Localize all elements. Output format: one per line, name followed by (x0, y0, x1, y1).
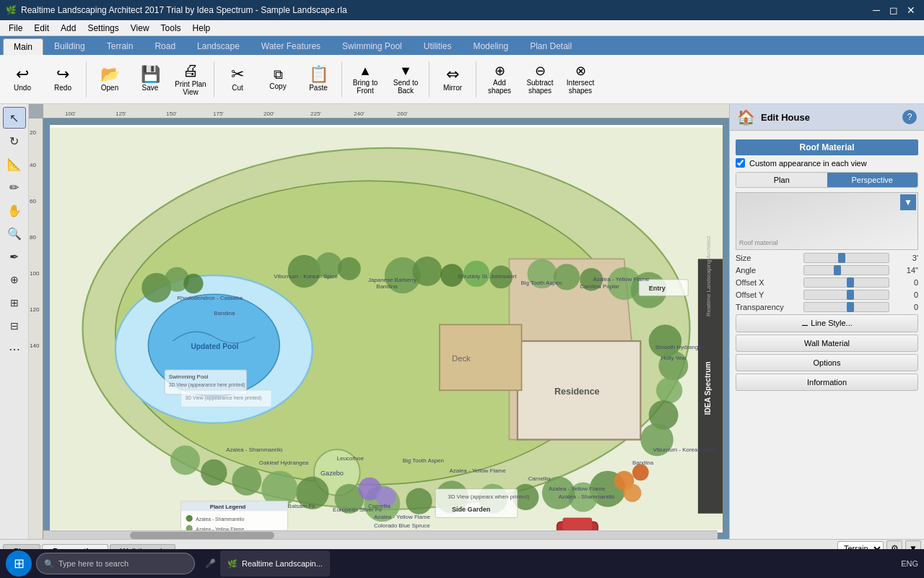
redo-button[interactable]: ↪ Redo (43, 58, 82, 101)
tab-water-features[interactable]: Water Features (250, 38, 331, 55)
tab-main[interactable]: Main (3, 38, 43, 55)
offset-y-slider[interactable] (803, 290, 889, 300)
landscape-drawing[interactable]: Swimming Pool 3D View (appearance here p… (49, 124, 723, 533)
perspective-tab[interactable]: Perspective (827, 173, 918, 187)
wall-material-button[interactable]: Wall Material (736, 335, 918, 352)
add-shapes-button[interactable]: ⊕ Add shapes (480, 58, 519, 101)
search-bar[interactable]: 🔍 Type here to search (36, 553, 195, 574)
right-panel: 🏠 Edit House ? Roof Material Custom appe… (729, 104, 924, 539)
svg-text:Bandina: Bandina (214, 310, 235, 316)
tab-terrain[interactable]: Terrain (96, 38, 144, 55)
size-slider[interactable] (803, 253, 889, 263)
tab-modeling[interactable]: Modeling (462, 38, 519, 55)
roof-material-label-inner: Roof material (739, 239, 778, 246)
angle-value: 14" (892, 266, 918, 275)
subtract-shapes-button[interactable]: ⊖ Subtract shapes (520, 58, 559, 101)
app-icon: 🌿 (6, 5, 17, 15)
custom-appearance-row: Custom appearance in each view (736, 158, 918, 168)
layers-tool[interactable]: ⊟ (3, 315, 26, 337)
h-scrollbar-thumb[interactable] (130, 532, 274, 539)
help-button[interactable]: ? (902, 110, 917, 124)
subtract-shapes-icon: ⊖ (535, 64, 546, 77)
svg-point-49 (170, 445, 200, 475)
save-label: Save (142, 84, 159, 92)
separator-1 (86, 61, 87, 98)
svg-text:Azalea - Shammarello: Azalea - Shammarello (196, 517, 244, 522)
menu-settings[interactable]: Settings (82, 22, 124, 35)
rotate-tool[interactable]: ↻ (3, 130, 26, 152)
taskbar-right: ENG (901, 559, 918, 568)
tab-building[interactable]: Building (43, 38, 96, 55)
roof-dropdown-button[interactable]: ▼ (900, 194, 916, 210)
tab-utilities[interactable]: Utilities (413, 38, 463, 55)
search-placeholder: Type here to search (58, 559, 128, 568)
add-shapes-label: Add shapes (488, 79, 511, 95)
menu-view[interactable]: View (125, 22, 155, 35)
svg-point-18 (288, 255, 321, 288)
line-style-button[interactable]: ⚊ Line Style... (736, 314, 918, 332)
offset-y-label: Offset Y (736, 290, 801, 299)
tab-road[interactable]: Road (144, 38, 186, 55)
toolbar: ↩ Undo ↪ Redo 📂 Open 💾 Save 🖨 Print Plan… (0, 55, 924, 104)
plan-tab[interactable]: Plan (736, 173, 827, 187)
offset-x-slider[interactable] (803, 277, 889, 288)
start-button[interactable]: ⊞ (6, 551, 32, 577)
zoom-tool[interactable]: 🔍 (3, 223, 26, 244)
angle-slider[interactable] (803, 265, 889, 275)
path-tool[interactable]: ✏ (3, 176, 26, 198)
menu-add[interactable]: Add (55, 22, 82, 35)
canvas-area[interactable]: 100' 125' 150' 175' 200' 225' 240' 260' … (29, 104, 729, 539)
transparency-label: Transparency (736, 303, 801, 311)
open-button[interactable]: 📂 Open (90, 58, 129, 101)
zoom-in-tool[interactable]: ⊕ (3, 269, 26, 290)
bring-to-front-label: Bring to Front (353, 79, 378, 95)
save-button[interactable]: 💾 Save (131, 58, 170, 101)
measure-tool[interactable]: 📐 (3, 153, 26, 175)
information-button[interactable]: Information (736, 374, 918, 391)
tab-plan-detail[interactable]: Plan Detail (519, 38, 583, 55)
select-tool[interactable]: ↖ (3, 107, 26, 129)
cut-button[interactable]: ✂ Cut (218, 58, 257, 101)
h-scrollbar[interactable] (43, 530, 718, 539)
grid-tool[interactable]: ⊞ (3, 292, 26, 314)
minimize-button[interactable]: ─ (869, 3, 884, 17)
draw-tool[interactable]: ✒ (3, 246, 26, 267)
close-button[interactable]: ✕ (904, 3, 918, 17)
svg-text:3D View (appearance here print: 3D View (appearance here printed) (186, 395, 262, 401)
plan-perspective-tabs: Plan Perspective (736, 172, 918, 188)
mic-icon[interactable]: 🎤 (205, 558, 216, 569)
copy-button[interactable]: ⧉ Copy (258, 58, 297, 101)
print-button[interactable]: 🖨 Print Plan View (171, 58, 210, 101)
menu-file[interactable]: File (3, 22, 28, 35)
custom-appearance-checkbox[interactable] (736, 158, 745, 168)
mirror-button[interactable]: ⇔ Mirror (433, 58, 472, 101)
maximize-button[interactable]: ◻ (886, 3, 901, 17)
transparency-slider[interactable] (803, 302, 889, 312)
svg-text:Bandina: Bandina (376, 283, 398, 290)
paste-button[interactable]: 📋 Paste (299, 58, 338, 101)
undo-button[interactable]: ↩ Undo (3, 58, 42, 101)
roof-material-preview: ▼ Roof material (736, 192, 918, 250)
intersect-shapes-icon: ⊗ (575, 64, 586, 77)
tab-swimming-pool[interactable]: Swimming Pool (331, 38, 413, 55)
svg-text:Updated Pool: Updated Pool (191, 342, 238, 350)
svg-point-67 (186, 515, 193, 522)
app-icon: 🌿 (227, 559, 237, 569)
svg-text:Leucothoe: Leucothoe (337, 455, 365, 462)
bring-to-front-button[interactable]: ▲ Bring to Front (346, 58, 385, 101)
more-tools[interactable]: ⋯ (3, 338, 26, 360)
svg-point-47 (232, 466, 261, 496)
menu-edit[interactable]: Edit (28, 22, 55, 35)
options-button[interactable]: Options (736, 354, 918, 371)
hand-tool[interactable]: ✋ (3, 199, 26, 221)
menu-tools[interactable]: Tools (155, 22, 187, 35)
send-to-back-label: Send to Back (393, 79, 418, 95)
taskbar-app-landscaping[interactable]: 🌿 Realtime Landscapin... (220, 551, 330, 577)
tab-landscape[interactable]: Landscape (186, 38, 250, 55)
send-to-back-button[interactable]: ▼ Send to Back (386, 58, 425, 101)
menu-help[interactable]: Help (187, 22, 217, 35)
landscape-canvas[interactable]: Swimming Pool 3D View (appearance here p… (43, 118, 729, 539)
svg-text:Viburnum - Korean Spice: Viburnum - Korean Spice (653, 447, 717, 453)
intersect-shapes-button[interactable]: ⊗ Intersect shapes (561, 58, 600, 101)
svg-point-33 (656, 377, 682, 403)
